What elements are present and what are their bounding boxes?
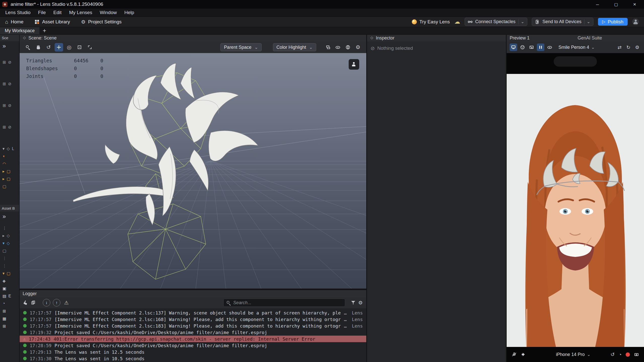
- rail-icon[interactable]: ⊞ ⊘: [0, 102, 19, 109]
- menu-my-lenses[interactable]: My Lenses: [65, 10, 96, 15]
- expand-asset-browser-button[interactable]: »: [3, 213, 6, 219]
- publish-button[interactable]: ▷ Publish: [598, 18, 628, 26]
- rail-icon[interactable]: ◖: [0, 153, 19, 160]
- menu-window[interactable]: Window: [96, 10, 121, 15]
- filter-error-toggle[interactable]: ⚠: [63, 299, 70, 306]
- mic-muted-icon[interactable]: [512, 352, 517, 357]
- frame-selection-icon[interactable]: [75, 43, 84, 52]
- menu-file[interactable]: File: [34, 10, 50, 15]
- rail-icon[interactable]: ▢: [0, 247, 19, 254]
- zoom-tool-icon[interactable]: [24, 43, 32, 52]
- menu-lens-studio[interactable]: Lens Studio: [2, 10, 34, 15]
- timer-icon[interactable]: ◔: [619, 352, 622, 357]
- log-entry[interactable]: 17:19:32 Project saved C:/Users/kashi/On…: [20, 329, 366, 336]
- log-entry[interactable]: 17:29:13 The Lens was sent in 12.5 secon…: [20, 349, 366, 355]
- parent-space-dropdown[interactable]: Parent Space ⌄: [220, 43, 261, 51]
- media-mode-icon[interactable]: [528, 43, 535, 51]
- user-avatar[interactable]: [632, 18, 639, 25]
- rail-icon[interactable]: ▸ ▢: [0, 175, 19, 182]
- orbit-ccw-icon[interactable]: ↺: [44, 43, 53, 52]
- fullscreen-icon[interactable]: [86, 43, 94, 52]
- rail-icon[interactable]: ⊞ ⊘: [0, 59, 19, 66]
- scene-hierarchy-collapsed-tab[interactable]: Sce: [0, 34, 19, 41]
- asset-browser-collapsed-tab[interactable]: Asset B: [0, 205, 19, 211]
- copy-log-icon[interactable]: [31, 300, 36, 305]
- cloud-icon[interactable]: ☁: [454, 19, 460, 25]
- camera-icon[interactable]: [634, 352, 639, 357]
- filter-info-toggle[interactable]: i: [43, 299, 50, 306]
- rail-icon[interactable]: ◔: [0, 300, 19, 307]
- log-filter-icon[interactable]: [351, 300, 356, 305]
- add-workspace-button[interactable]: +: [39, 27, 50, 34]
- minimize-button[interactable]: –: [588, 0, 607, 9]
- viewport-settings-icon[interactable]: ⚙: [354, 43, 362, 52]
- tab-preview-1[interactable]: Preview 1: [510, 35, 530, 41]
- color-highlight-dropdown[interactable]: Color Highlight ⌄: [273, 43, 316, 51]
- filter-warning-toggle[interactable]: !: [53, 299, 60, 306]
- log-entry[interactable]: 17:17:57 [Immersive ML Effect Component …: [20, 323, 366, 329]
- rail-icon[interactable]: ▾ ◇: [0, 240, 19, 247]
- menu-help[interactable]: Help: [120, 10, 138, 15]
- show-overlay-icon[interactable]: [546, 43, 553, 51]
- pan-tool-icon[interactable]: [34, 43, 43, 52]
- send-to-all-devices-dropdown[interactable]: Send to All Devices ⌄: [532, 18, 593, 26]
- layers-icon[interactable]: [324, 43, 332, 52]
- log-entry[interactable]: 17:31:30 The Lens was sent in 10.5 secon…: [20, 355, 366, 362]
- preview-settings-icon[interactable]: ⚙: [633, 43, 641, 51]
- log-overflow-icon[interactable]: …: [344, 317, 347, 322]
- log-search[interactable]: [223, 299, 345, 307]
- rail-icon[interactable]: ▾ ◇ L: [0, 145, 19, 152]
- rail-icon[interactable]: ▦: [0, 315, 19, 322]
- chevron-down-icon[interactable]: ⌄: [584, 19, 590, 24]
- log-settings-icon[interactable]: ⚙: [358, 300, 363, 305]
- swap-view-icon[interactable]: ⇄: [616, 43, 623, 51]
- clear-log-icon[interactable]: [23, 300, 28, 305]
- chevron-down-icon[interactable]: ⌄: [518, 19, 524, 24]
- log-entry[interactable]: ⚠ 17:24:43 401:Error transferring https:…: [20, 336, 366, 342]
- preview-person-dropdown[interactable]: Smile Person 4 ⌄: [558, 45, 595, 50]
- rail-icon[interactable]: ⊞: [0, 323, 19, 330]
- viewport-3d[interactable]: Triangles 64456 0 Blendshapes 0 0 Joints…: [20, 53, 366, 289]
- connect-spectacles-dropdown[interactable]: Connect Spectacles ⌄: [465, 18, 527, 26]
- log-overflow-icon[interactable]: …: [344, 323, 347, 329]
- rail-icon[interactable]: ⋮: [0, 224, 19, 232]
- camera-feed[interactable]: [507, 74, 644, 347]
- tab-genai-suite[interactable]: GenAI Suite: [578, 35, 602, 41]
- rail-icon[interactable]: ◠: [0, 160, 19, 167]
- move-tool-icon[interactable]: [55, 43, 63, 52]
- rail-icon[interactable]: ▸ ◇: [0, 232, 19, 239]
- rail-icon[interactable]: ▣: [0, 285, 19, 292]
- rail-icon[interactable]: ▸ ▢: [0, 168, 19, 175]
- rail-icon[interactable]: ⋮: [0, 262, 19, 269]
- log-entry[interactable]: 17:17:57 [Immersive ML Effect Component …: [20, 316, 366, 323]
- rail-icon[interactable]: ▢: [0, 183, 19, 190]
- try-easy-lens-button[interactable]: Try Easy Lens: [412, 19, 450, 25]
- restart-preview-icon[interactable]: ↻: [625, 43, 632, 51]
- rail-icon[interactable]: ⊞ ⊘: [0, 80, 19, 87]
- project-settings-button[interactable]: ⚙ Project Settings: [81, 19, 122, 25]
- rail-icon[interactable]: ▾ ▢: [0, 270, 19, 277]
- face-mode-icon[interactable]: [519, 43, 526, 51]
- close-button[interactable]: ×: [625, 0, 644, 9]
- device-preview[interactable]: iPhone 14 Pro ⌄ ↺ ◔: [507, 53, 644, 362]
- reset-device-icon[interactable]: ↺: [611, 352, 615, 357]
- device-dropdown[interactable]: iPhone 14 Pro ⌄: [556, 352, 590, 357]
- maximize-button[interactable]: ▢: [607, 0, 625, 9]
- rail-icon[interactable]: ⊞: [0, 307, 19, 314]
- environment-icon[interactable]: [344, 43, 352, 52]
- record-button[interactable]: [626, 352, 630, 357]
- home-button[interactable]: ⌂ Home: [5, 19, 23, 25]
- menu-edit[interactable]: Edit: [50, 10, 65, 15]
- tab-my-workspace[interactable]: My Workspace: [0, 27, 39, 34]
- rail-icon[interactable]: ◆: [0, 277, 19, 284]
- webcam-mode-icon[interactable]: [510, 43, 517, 51]
- logger-header[interactable]: Logger: [20, 290, 366, 297]
- expand-scene-hierarchy-button[interactable]: »: [3, 43, 6, 49]
- log-overflow-icon[interactable]: …: [344, 310, 347, 315]
- rail-icon[interactable]: ⋮: [0, 255, 19, 262]
- log-entry[interactable]: 17:28:59 Project saved C:/Users/kashi/On…: [20, 342, 366, 349]
- pause-preview-icon[interactable]: [537, 43, 544, 51]
- speaker-icon[interactable]: [521, 352, 526, 357]
- inspector-header[interactable]: Inspector: [367, 34, 506, 41]
- visibility-icon[interactable]: [334, 43, 342, 52]
